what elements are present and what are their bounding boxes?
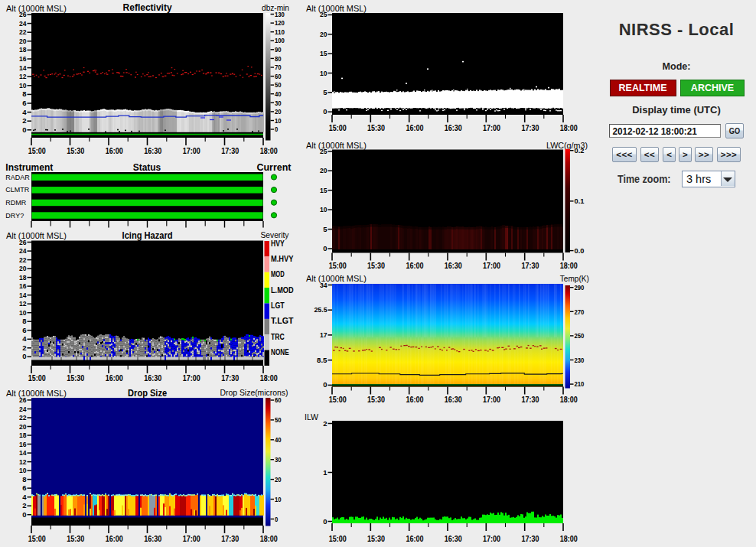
svg-text:6: 6 bbox=[22, 484, 26, 492]
svg-text:15:00: 15:00 bbox=[329, 123, 347, 132]
svg-text:RDMR: RDMR bbox=[5, 199, 26, 207]
svg-text:Alt (1000ft MSL): Alt (1000ft MSL) bbox=[306, 141, 367, 150]
svg-text:MOD: MOD bbox=[271, 270, 285, 278]
svg-text:8: 8 bbox=[22, 90, 26, 98]
svg-text:90: 90 bbox=[275, 45, 282, 54]
svg-text:24: 24 bbox=[19, 19, 27, 28]
svg-text:16:30: 16:30 bbox=[445, 261, 462, 270]
svg-text:2: 2 bbox=[22, 501, 26, 510]
svg-text:6: 6 bbox=[22, 99, 26, 107]
svg-text:17:00: 17:00 bbox=[483, 395, 500, 404]
svg-text:16:30: 16:30 bbox=[144, 373, 161, 383]
svg-text:0: 0 bbox=[22, 510, 26, 519]
svg-text:16:30: 16:30 bbox=[144, 534, 161, 543]
svg-text:CLMTR: CLMTR bbox=[5, 186, 29, 194]
svg-text:16:30: 16:30 bbox=[144, 146, 161, 155]
svg-text:4: 4 bbox=[22, 108, 27, 116]
svg-text:TRC: TRC bbox=[271, 333, 285, 341]
svg-text:17:00: 17:00 bbox=[483, 123, 500, 132]
svg-text:17:30: 17:30 bbox=[521, 534, 539, 543]
svg-text:40: 40 bbox=[275, 90, 282, 98]
svg-text:10: 10 bbox=[320, 69, 327, 77]
svg-text:4: 4 bbox=[22, 334, 27, 343]
svg-text:2: 2 bbox=[323, 419, 327, 428]
svg-text:26: 26 bbox=[19, 396, 27, 404]
svg-text:30: 30 bbox=[275, 99, 282, 107]
svg-text:60: 60 bbox=[275, 396, 282, 404]
svg-text:15:30: 15:30 bbox=[67, 373, 84, 383]
svg-text:5: 5 bbox=[323, 88, 327, 96]
svg-text:14: 14 bbox=[19, 448, 27, 457]
svg-text:Instrument: Instrument bbox=[5, 162, 53, 173]
svg-text:16:30: 16:30 bbox=[445, 534, 462, 543]
svg-text:22: 22 bbox=[19, 28, 27, 36]
svg-text:26: 26 bbox=[19, 10, 27, 18]
svg-text:16:00: 16:00 bbox=[106, 534, 123, 543]
svg-text:17:00: 17:00 bbox=[183, 373, 200, 383]
svg-text:15:30: 15:30 bbox=[67, 146, 84, 155]
svg-text:15: 15 bbox=[320, 186, 327, 194]
svg-text:50: 50 bbox=[275, 80, 282, 89]
svg-text:80: 80 bbox=[275, 54, 282, 63]
svg-text:18:00: 18:00 bbox=[260, 373, 278, 383]
svg-text:20: 20 bbox=[19, 422, 27, 431]
svg-text:50: 50 bbox=[275, 415, 282, 424]
svg-text:10: 10 bbox=[320, 205, 327, 213]
svg-text:16:00: 16:00 bbox=[106, 373, 123, 383]
svg-text:4: 4 bbox=[22, 493, 27, 501]
svg-text:1: 1 bbox=[323, 468, 327, 477]
svg-text:26: 26 bbox=[19, 238, 27, 246]
svg-text:8.5: 8.5 bbox=[317, 356, 327, 364]
svg-text:20: 20 bbox=[19, 264, 27, 272]
svg-text:17:00: 17:00 bbox=[183, 534, 200, 543]
svg-text:Reflectivity: Reflectivity bbox=[123, 2, 172, 13]
svg-text:22: 22 bbox=[19, 413, 27, 422]
svg-text:6: 6 bbox=[22, 326, 26, 334]
svg-text:16:00: 16:00 bbox=[406, 395, 423, 404]
svg-text:20: 20 bbox=[320, 166, 327, 174]
svg-text:16:00: 16:00 bbox=[406, 123, 423, 132]
svg-text:34: 34 bbox=[320, 281, 327, 289]
svg-text:8: 8 bbox=[22, 475, 26, 484]
svg-text:15:00: 15:00 bbox=[329, 395, 347, 404]
svg-text:DRY?: DRY? bbox=[5, 212, 24, 220]
svg-text:Severity: Severity bbox=[261, 230, 289, 239]
svg-text:17:00: 17:00 bbox=[183, 146, 200, 155]
svg-text:20: 20 bbox=[275, 107, 282, 116]
svg-text:17:00: 17:00 bbox=[483, 534, 500, 543]
svg-text:40: 40 bbox=[275, 435, 282, 444]
svg-text:15:00: 15:00 bbox=[28, 534, 46, 543]
svg-text:2: 2 bbox=[22, 344, 26, 352]
svg-text:18: 18 bbox=[19, 45, 27, 54]
svg-text:12: 12 bbox=[19, 457, 27, 466]
svg-text:15:00: 15:00 bbox=[28, 373, 46, 383]
svg-text:15:30: 15:30 bbox=[367, 261, 385, 270]
svg-text:18: 18 bbox=[19, 431, 27, 439]
svg-text:25: 25 bbox=[320, 10, 327, 18]
svg-text:20: 20 bbox=[19, 37, 27, 45]
svg-text:Alt (1000ft MSL): Alt (1000ft MSL) bbox=[6, 389, 67, 398]
svg-text:20: 20 bbox=[320, 30, 327, 38]
svg-text:110: 110 bbox=[275, 28, 285, 36]
svg-text:18:00: 18:00 bbox=[260, 534, 278, 543]
svg-text:17:00: 17:00 bbox=[483, 261, 500, 270]
svg-text:16: 16 bbox=[19, 440, 27, 448]
svg-text:Alt (1000ft MSL): Alt (1000ft MSL) bbox=[306, 4, 367, 13]
svg-text:15:30: 15:30 bbox=[367, 534, 385, 543]
svg-text:0: 0 bbox=[22, 125, 26, 134]
svg-text:18:00: 18:00 bbox=[560, 123, 578, 132]
svg-text:0: 0 bbox=[275, 515, 278, 523]
svg-text:RADAR: RADAR bbox=[5, 174, 30, 181]
svg-text:270: 270 bbox=[575, 308, 585, 316]
svg-text:0: 0 bbox=[323, 517, 327, 526]
svg-text:100: 100 bbox=[275, 36, 285, 44]
svg-text:16: 16 bbox=[19, 282, 27, 290]
svg-text:NONE: NONE bbox=[271, 348, 289, 357]
svg-text:LGT: LGT bbox=[271, 301, 285, 310]
svg-text:Status: Status bbox=[133, 162, 161, 173]
svg-text:5: 5 bbox=[323, 225, 327, 233]
svg-text:130: 130 bbox=[275, 10, 285, 18]
svg-text:0.2: 0.2 bbox=[575, 146, 585, 155]
svg-text:Alt (1000ft MSL): Alt (1000ft MSL) bbox=[306, 274, 367, 283]
svg-text:12: 12 bbox=[19, 299, 27, 308]
